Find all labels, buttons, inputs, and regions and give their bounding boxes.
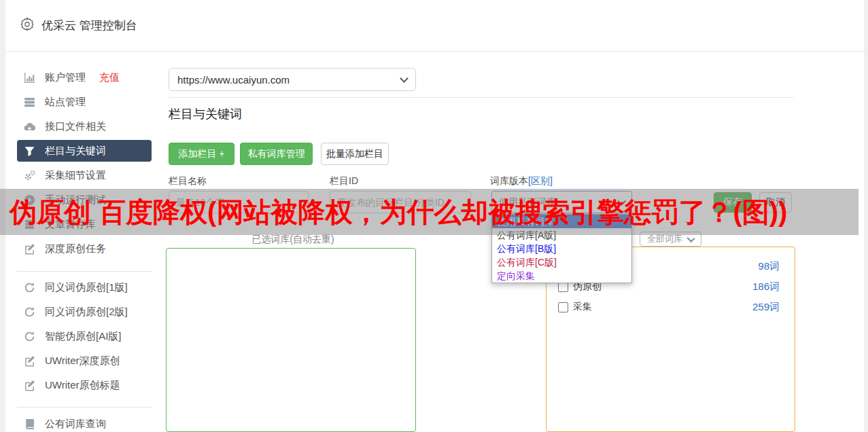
- sidebar-item-account[interactable]: 账户管理 充值: [17, 65, 152, 90]
- dropdown-option-public-c[interactable]: 公有词库[C版]: [492, 255, 631, 269]
- sidebar-item-label: 栏目与关键词: [45, 145, 106, 158]
- selected-dict-box[interactable]: [166, 248, 416, 432]
- book-icon: [24, 418, 35, 430]
- add-column-button[interactable]: 添加栏目 +: [169, 143, 235, 165]
- cloud-upload-icon: [24, 121, 35, 132]
- sidebar-item-label: 公有词库查询: [45, 418, 106, 431]
- edit-icon: [24, 380, 35, 391]
- sidebar: 账户管理 充值 站点管理 接口文件相关 栏目与关键词 采集细节设置 手动运行测试…: [17, 65, 152, 432]
- app-header: 优采云 管理控制台: [5, 0, 865, 52]
- gear-icon: [20, 17, 34, 34]
- dict-row-count: 98词: [758, 260, 780, 273]
- edit-icon: [24, 355, 35, 367]
- sidebar-item-label: 账户管理: [45, 71, 86, 84]
- refresh-icon: [24, 282, 35, 293]
- site-url-select[interactable]: https://www.ucaiyun.com: [169, 68, 416, 91]
- chevron-down-icon: [400, 74, 409, 83]
- refresh-icon: [24, 331, 35, 342]
- recharge-badge[interactable]: 充值: [99, 71, 120, 84]
- dict-row: 采集 259词: [558, 300, 780, 314]
- sidebar-divider: [17, 271, 152, 272]
- app-title: 优采云 管理控制台: [41, 18, 137, 33]
- refresh-icon: [24, 306, 35, 318]
- sidebar-item-label: 接口文件相关: [45, 120, 106, 133]
- sidebar-item-label: 同义词伪原创[1版]: [45, 281, 128, 294]
- sidebar-item-label: UWriter深度原创: [45, 355, 120, 367]
- sidebar-item-label: 采集细节设置: [45, 169, 106, 182]
- dict-row-checkbox[interactable]: [558, 302, 568, 312]
- dropdown-option-public-b[interactable]: 公有词库[B版]: [492, 242, 631, 255]
- server-icon: [24, 96, 35, 108]
- dict-row-count: 259词: [752, 301, 780, 314]
- sidebar-item-columns-keywords[interactable]: 栏目与关键词: [17, 140, 152, 162]
- gears-icon: [24, 170, 35, 181]
- dropdown-option-targeted[interactable]: 定向采集: [492, 269, 631, 283]
- filter-icon: [24, 145, 35, 157]
- sidebar-item-label: 深度原创任务: [45, 242, 106, 255]
- bar-chart-icon: [24, 72, 35, 84]
- sidebar-item-public-dict-query[interactable]: 公有词库查询: [17, 412, 152, 432]
- sidebar-item-collect-settings[interactable]: 采集细节设置: [17, 163, 152, 187]
- dict-row-label: 采集: [573, 301, 592, 313]
- sidebar-item-synonym-v1[interactable]: 同义词伪原创[1版]: [17, 275, 152, 300]
- sidebar-item-label: UWriter原创标题: [45, 379, 120, 392]
- chevron-down-icon: [687, 234, 695, 242]
- sidebar-item-deep-original-task[interactable]: 深度原创任务: [17, 236, 152, 261]
- edit-icon: [24, 243, 35, 255]
- sidebar-item-ai-rewrite[interactable]: 智能伪原创[AI版]: [17, 324, 152, 348]
- sidebar-item-label: 同义词伪原创[2版]: [45, 306, 128, 319]
- column-id-label: 栏目ID: [330, 175, 358, 187]
- sidebar-item-uwriter-deep[interactable]: UWriter深度原创: [17, 348, 152, 373]
- watermark-text: 伪原创 百度降权(网站被降权，为什么却被搜索引擎惩罚了？(图)): [10, 198, 787, 226]
- private-dict-button[interactable]: 私有词库管理: [240, 143, 313, 165]
- sidebar-item-uwriter-title[interactable]: UWriter原创标题: [17, 373, 152, 397]
- sidebar-item-sites[interactable]: 站点管理: [17, 90, 152, 114]
- column-name-label: 栏目名称: [169, 175, 207, 187]
- sidebar-item-synonym-v2[interactable]: 同义词伪原创[2版]: [17, 300, 152, 324]
- dict-version-label: 词库版本[区别]: [490, 175, 553, 187]
- selected-dict-label: 已选词库(自动去重): [169, 234, 417, 246]
- section-divider: [169, 97, 794, 98]
- sidebar-item-interface-files[interactable]: 接口文件相关: [17, 114, 152, 139]
- watermark-overlay: 伪原创 百度降权(网站被降权，为什么却被搜索引擎惩罚了？(图)): [0, 189, 858, 235]
- batch-add-button[interactable]: 批量添加栏目: [321, 143, 389, 165]
- page-title: 栏目与关键词: [169, 106, 242, 122]
- sidebar-item-label: 站点管理: [45, 96, 86, 109]
- sidebar-item-label: 智能伪原创[AI版]: [45, 330, 122, 343]
- sidebar-divider: [17, 407, 152, 408]
- dict-row-count: 186词: [752, 281, 780, 293]
- site-url-value: https://www.ucaiyun.com: [177, 74, 290, 86]
- dict-version-diff-link[interactable]: [区别]: [528, 175, 553, 186]
